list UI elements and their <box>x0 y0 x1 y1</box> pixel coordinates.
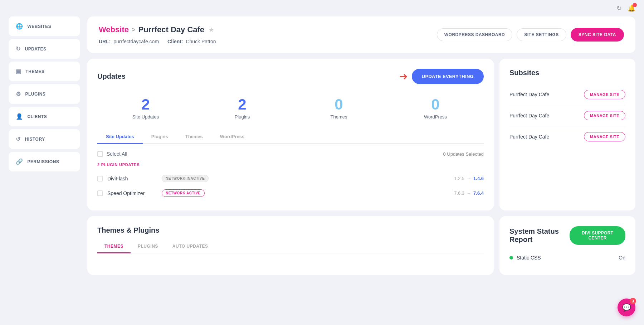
plugins-icon: ⚙ <box>16 91 21 97</box>
chat-widget[interactable]: 💬 3 <box>618 299 635 316</box>
chat-icon: 💬 <box>622 303 631 312</box>
favorite-icon[interactable]: ★ <box>209 26 214 33</box>
stat-label-wordpress: WordPress <box>387 114 484 120</box>
sidebar-item-plugins[interactable]: ⚙ PLUGINS <box>9 84 80 104</box>
sidebar-item-websites[interactable]: 🌐 WEBSITES <box>9 16 80 36</box>
refresh-icon[interactable]: ↻ <box>616 4 622 12</box>
sub-tab-themes[interactable]: THEMES <box>97 240 131 253</box>
updates-selected-count: 0 Updates Selected <box>443 151 484 157</box>
manage-site-button-1[interactable]: MANAGE SITE <box>584 111 625 120</box>
subsites-card: Subsites Purrfect Day Cafe MANAGE SITE P… <box>499 59 635 210</box>
updates-card: Updates ➜ UPDATE EVERYTHING 2 Site Updat… <box>87 59 494 210</box>
status-dot-css <box>509 256 513 259</box>
subsite-name-2: Purrfect Day Cafe <box>509 134 549 140</box>
manage-site-button-2[interactable]: MANAGE SITE <box>584 132 625 141</box>
header-actions: WORDPRESS DASHBOARD SITE SETTINGS SYNC S… <box>437 28 624 42</box>
select-all-checkbox[interactable] <box>97 151 103 157</box>
permissions-icon: 🔗 <box>16 158 23 165</box>
sync-site-data-button[interactable]: SYNC SITE DATA <box>571 28 624 42</box>
divi-support-center-button[interactable]: DIVI SUPPORT CENTER <box>570 226 625 245</box>
select-all-left: Select All <box>97 151 127 157</box>
breadcrumb-website[interactable]: Website <box>99 25 129 34</box>
sidebar-item-label: HISTORY <box>25 137 45 142</box>
sidebar: 🌐 WEBSITES ↻ UPDATES ▣ THEMES ⚙ PLUGINS … <box>9 16 80 316</box>
update-everything-area: ➜ UPDATE EVERYTHING <box>399 69 484 84</box>
sidebar-item-themes[interactable]: ▣ THEMES <box>9 62 80 81</box>
sub-tab-plugins[interactable]: PLUGINS <box>131 240 165 253</box>
select-all-label[interactable]: Select All <box>107 151 127 157</box>
stat-plugins: 2 Plugins <box>194 93 291 123</box>
sidebar-item-permissions[interactable]: 🔗 PERMISSIONS <box>9 152 80 171</box>
version-info-speed-optimizer: 7.6.3 → 7.6.4 <box>454 190 484 196</box>
notification-badge <box>633 3 637 7</box>
tab-wordpress[interactable]: WordPress <box>211 130 253 144</box>
client-value: Chuck Patton <box>186 39 216 44</box>
sidebar-item-label: UPDATES <box>25 47 47 52</box>
sidebar-item-history[interactable]: ↺ HISTORY <box>9 129 80 149</box>
content-area: Website > Purrfect Day Cafe ★ URL: purrf… <box>87 16 635 316</box>
plugin-row-speed-optimizer: Speed Optimizer NETWORK ACTIVE 7.6.3 → 7… <box>97 186 484 200</box>
stat-number-themes: 0 <box>291 96 387 113</box>
plugin-name-diviflash: DiviFlash <box>107 176 157 181</box>
sidebar-item-label: WEBSITES <box>28 24 52 29</box>
wordpress-dashboard-button[interactable]: WORDPRESS DASHBOARD <box>437 28 513 41</box>
tab-plugins[interactable]: Plugins <box>143 130 177 144</box>
system-status-row-css: Static CSS On <box>509 251 625 265</box>
plugin-checkbox-speed-optimizer[interactable] <box>97 190 103 196</box>
themes-plugins-card: Themes & Plugins THEMES PLUGINS AUTO UPD… <box>87 216 494 275</box>
sidebar-item-updates[interactable]: ↻ UPDATES <box>9 39 80 59</box>
clients-icon: 👤 <box>16 113 23 120</box>
plugin-name-speed-optimizer: Speed Optimizer <box>107 190 157 196</box>
tab-site-updates[interactable]: Site Updates <box>97 130 143 144</box>
sidebar-item-label: CLIENTS <box>28 114 47 119</box>
sidebar-item-label: THEMES <box>26 69 45 74</box>
stat-number-site-updates: 2 <box>97 96 194 113</box>
plugin-checkbox-diviflash[interactable] <box>97 176 103 181</box>
subsites-title: Subsites <box>509 69 625 77</box>
stat-number-plugins: 2 <box>194 96 291 113</box>
content-grid: Updates ➜ UPDATE EVERYTHING 2 Site Updat… <box>87 59 635 210</box>
stats-row: 2 Site Updates 2 Plugins 0 Themes 0 Word… <box>97 93 484 123</box>
subsite-name-1: Purrfect Day Cafe <box>509 113 549 118</box>
version-arrow-diviflash: → <box>467 176 471 181</box>
version-old-speed-optimizer: 7.6.3 <box>454 190 464 196</box>
bottom-grid: Themes & Plugins THEMES PLUGINS AUTO UPD… <box>87 216 635 275</box>
themes-plugins-title: Themes & Plugins <box>97 226 484 234</box>
site-settings-button[interactable]: SITE SETTINGS <box>517 28 566 41</box>
sidebar-item-clients[interactable]: 👤 CLIENTS <box>9 107 80 126</box>
notification-icon[interactable]: 🔔 <box>628 4 635 12</box>
updates-title: Updates <box>97 72 126 81</box>
manage-site-button-0[interactable]: MANAGE SITE <box>584 90 625 99</box>
plugin-badge-speed-optimizer: NETWORK ACTIVE <box>162 189 205 197</box>
update-everything-button[interactable]: UPDATE EVERYTHING <box>412 69 484 84</box>
updates-header: Updates ➜ UPDATE EVERYTHING <box>97 69 484 84</box>
sub-tab-auto-updates[interactable]: AUTO UPDATES <box>165 240 215 253</box>
version-arrow-speed-optimizer: → <box>467 190 471 196</box>
breadcrumb: Website > Purrfect Day Cafe ★ <box>99 25 216 34</box>
header-left: Website > Purrfect Day Cafe ★ URL: purrf… <box>99 25 216 44</box>
stat-site-updates: 2 Site Updates <box>97 93 194 123</box>
version-info-diviflash: 1.2.5 → 1.4.6 <box>454 176 484 181</box>
select-all-row: Select All 0 Updates Selected <box>97 151 484 157</box>
themes-icon: ▣ <box>16 68 21 75</box>
plugin-badge-diviflash: NETWORK INACTIVE <box>162 175 209 182</box>
top-bar: ↻ 🔔 <box>0 0 644 16</box>
version-new-speed-optimizer: 7.6.4 <box>473 190 484 196</box>
stat-label-themes: Themes <box>291 114 387 120</box>
stat-wordpress: 0 WordPress <box>387 93 484 123</box>
subsite-name-0: Purrfect Day Cafe <box>509 92 549 97</box>
subsite-row-1: Purrfect Day Cafe MANAGE SITE <box>509 105 625 126</box>
url-value: purrfectdaycafe.com <box>113 39 159 44</box>
globe-icon: 🌐 <box>16 23 23 30</box>
chat-badge: 3 <box>630 298 636 304</box>
status-left-css: Static CSS <box>509 255 541 261</box>
subsite-row-2: Purrfect Day Cafe MANAGE SITE <box>509 126 625 147</box>
plugin-updates-section-label: 2 PLUGIN UPDATES <box>97 162 484 167</box>
tab-themes[interactable]: Themes <box>177 130 211 144</box>
stat-label-plugins: Plugins <box>194 114 291 120</box>
client-label: Client: Chuck Patton <box>167 39 216 44</box>
stat-themes: 0 Themes <box>291 93 387 123</box>
refresh-icon: ↻ <box>16 45 21 52</box>
meta-row: URL: purrfectdaycafe.com Client: Chuck P… <box>99 39 216 44</box>
url-label: URL: purrfectdaycafe.com <box>99 39 159 44</box>
